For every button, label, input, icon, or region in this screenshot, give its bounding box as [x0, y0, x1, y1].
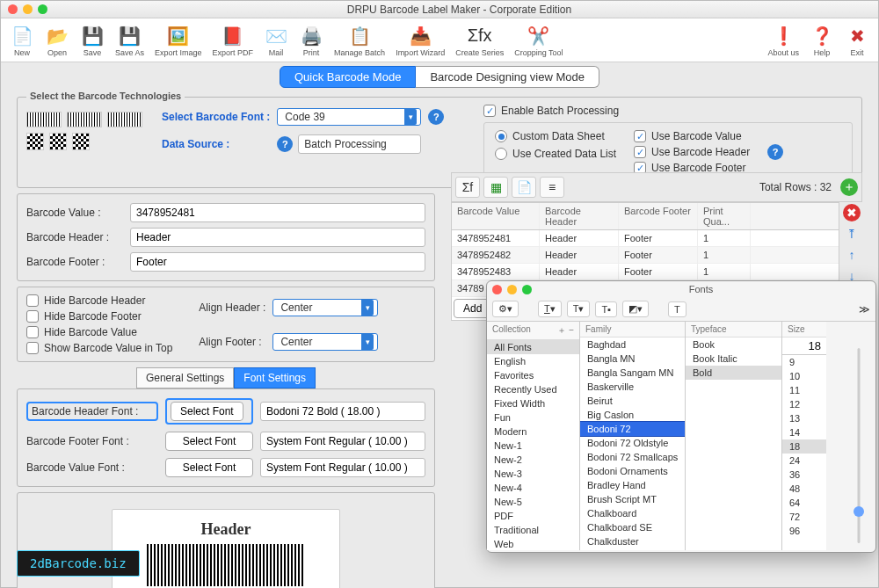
tab-design-mode[interactable]: Barcode Designing view Mode — [416, 66, 599, 88]
move-top-icon[interactable]: ⤒ — [843, 225, 861, 243]
toolbar-manage-batch[interactable]: 📋Manage Batch — [329, 22, 390, 59]
list-item[interactable]: 36 — [782, 468, 826, 482]
barcode-sample-1d-2[interactable] — [67, 112, 102, 127]
list-item[interactable]: New-1 — [487, 439, 579, 453]
custom-sheet-radio[interactable] — [495, 130, 507, 142]
list-item[interactable]: PDF — [487, 509, 579, 523]
list-item[interactable]: Chalkboard SE — [580, 520, 685, 534]
gear-icon[interactable]: ⚙︎▾ — [492, 301, 519, 317]
enable-batch-checkbox[interactable] — [483, 105, 496, 117]
add-row-icon[interactable]: ＋ — [840, 178, 858, 196]
list-item[interactable]: 10 — [782, 369, 826, 383]
list-item[interactable]: 13 — [782, 411, 826, 425]
barcode-sample-1d-1[interactable] — [26, 112, 62, 127]
list-item[interactable]: 24 — [782, 454, 826, 468]
excel-icon[interactable]: ▦ — [483, 177, 508, 198]
maximize-window[interactable] — [38, 4, 47, 14]
barcode-sample-1d-3[interactable] — [107, 112, 142, 127]
formula-icon[interactable]: Σf — [455, 177, 480, 198]
add-collection-icon[interactable]: ＋ − — [557, 324, 574, 337]
list-item[interactable]: Beirut — [580, 394, 685, 408]
list-item[interactable]: Chalkboard — [580, 506, 685, 520]
barcode-sample-2d-2[interactable] — [49, 133, 67, 150]
minimize-window[interactable] — [23, 4, 33, 14]
list-icon[interactable]: ≡ — [540, 177, 564, 198]
col-footer[interactable]: Barcode Footer — [619, 203, 698, 229]
tab-font-settings[interactable]: Font Settings — [234, 367, 316, 388]
col-qty[interactable]: Print Qua... — [698, 203, 751, 229]
list-item[interactable]: Bodoni 72 — [580, 422, 685, 436]
align-footer-combo[interactable]: Center — [272, 333, 378, 351]
delete-row-icon[interactable]: ✖ — [843, 204, 861, 221]
select-value-font-button[interactable]: Select Font — [165, 458, 253, 477]
toolbar-mail[interactable]: ✉️Mail — [258, 22, 294, 59]
strike-icon[interactable]: T▾ — [567, 301, 591, 317]
close-window[interactable] — [8, 4, 18, 14]
list-item[interactable]: Web — [487, 537, 579, 550]
list-item[interactable]: 14 — [782, 425, 826, 439]
col-header[interactable]: Barcode Header — [540, 203, 619, 229]
use-header-checkbox[interactable] — [634, 146, 646, 158]
toolbar-export-pdf[interactable]: 📕Export PDF — [207, 22, 259, 59]
list-item[interactable]: Fixed Width — [487, 396, 579, 410]
toolbar-exit[interactable]: ✖Exit — [839, 22, 875, 59]
barcode-header-input[interactable] — [130, 228, 425, 247]
list-item[interactable]: Baskerville — [580, 380, 685, 394]
list-item[interactable]: 11 — [782, 383, 826, 397]
list-item[interactable]: Bodoni 72 Smallcaps — [580, 450, 685, 464]
toolbar-save[interactable]: 💾Save — [75, 22, 110, 59]
list-item[interactable]: 96 — [782, 524, 826, 538]
fonts-close-icon[interactable] — [492, 285, 502, 294]
table-row[interactable]: 3478952481HeaderFooter1 — [452, 230, 839, 247]
barcode-sample-2d-1[interactable] — [26, 133, 44, 150]
list-item[interactable]: 64 — [782, 496, 826, 510]
hide-header-checkbox[interactable] — [26, 294, 39, 307]
list-item[interactable]: Book — [686, 338, 781, 352]
list-item[interactable]: Bangla Sangam MN — [580, 366, 685, 380]
list-item[interactable]: 18 — [782, 439, 826, 454]
text-color-icon[interactable]: T▪ — [595, 301, 617, 317]
list-item[interactable]: Book Italic — [686, 352, 781, 366]
more-icon[interactable]: ≫ — [859, 303, 870, 316]
barcode-sample-2d-3[interactable] — [72, 133, 90, 150]
bg-color-icon[interactable]: ◩▾ — [622, 301, 649, 317]
col-value[interactable]: Barcode Value — [452, 203, 540, 229]
list-item[interactable]: All Fonts — [487, 340, 579, 354]
toolbar-new[interactable]: 📄New — [4, 22, 40, 59]
list-item[interactable]: Bold — [686, 366, 781, 380]
list-item[interactable]: Big Caslon — [580, 408, 685, 422]
list-item[interactable]: Bangla MN — [580, 352, 685, 366]
fonts-maximize-icon[interactable] — [522, 285, 532, 294]
barcode-value-input[interactable] — [130, 203, 425, 222]
list-item[interactable]: Modern — [487, 425, 579, 439]
list-item[interactable]: Brush Script MT — [580, 492, 685, 506]
list-item[interactable]: Bodoni 72 Oldstyle — [580, 436, 685, 450]
fonts-minimize-icon[interactable] — [507, 285, 517, 294]
show-top-checkbox[interactable] — [26, 342, 39, 354]
list-item[interactable]: Baghdad — [580, 338, 685, 352]
help-source-icon[interactable]: ? — [277, 136, 293, 152]
list-item[interactable]: 12 — [782, 397, 826, 411]
help-font-icon[interactable]: ? — [428, 109, 444, 125]
list-item[interactable]: 48 — [782, 482, 826, 496]
list-item[interactable]: 9 — [782, 355, 826, 369]
toolbar-open[interactable]: 📂Open — [40, 22, 75, 59]
list-item[interactable]: New-2 — [487, 453, 579, 467]
list-item[interactable]: 72 — [782, 510, 826, 524]
tab-quick-mode[interactable]: Quick Barcode Mode — [280, 66, 416, 88]
list-item[interactable]: Favorites — [487, 368, 579, 382]
help-batch-icon[interactable]: ? — [767, 144, 783, 160]
list-item[interactable]: New-4 — [487, 481, 579, 495]
list-item[interactable]: Chalkduster — [580, 534, 685, 548]
align-header-combo[interactable]: Center — [272, 299, 378, 316]
toolbar-help[interactable]: ❓Help — [804, 22, 839, 59]
toolbar-save-as[interactable]: 💾Save As — [110, 22, 149, 59]
sheet-icon[interactable]: 📄 — [512, 177, 536, 198]
barcode-footer-input[interactable] — [130, 252, 425, 272]
list-item[interactable]: Recently Used — [487, 382, 579, 396]
use-value-checkbox[interactable] — [634, 130, 646, 142]
list-item[interactable]: Bodoni Ornaments — [580, 464, 685, 478]
toolbar-print[interactable]: 🖨️Print — [294, 22, 329, 59]
select-header-font-button[interactable]: Select Font — [171, 402, 243, 421]
toolbar-create-series[interactable]: ΣfxCreate Series — [450, 22, 509, 59]
